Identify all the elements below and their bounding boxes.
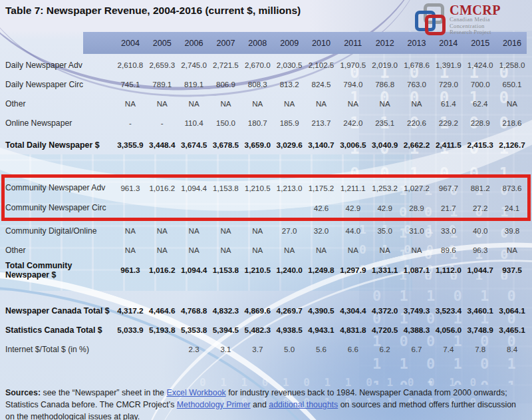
cell: 873.6	[496, 184, 528, 192]
cell: 2,745.0	[178, 61, 210, 69]
cell: 1,153.8	[210, 266, 242, 275]
cell: 1,297.9	[337, 266, 369, 275]
table-figure: 0 1 1 0 1 0 0 1 0 1 1 0 1 0 0 0 1 0 1 1 …	[0, 0, 532, 420]
cell: NA	[369, 99, 401, 108]
cell: 3.7	[241, 345, 273, 353]
cell: 220.6	[401, 118, 433, 127]
footer-link[interactable]: additional thoughts	[269, 400, 338, 409]
year-column-header: 2013	[401, 39, 433, 48]
row-label: Community Newspaper Circ	[5, 203, 114, 212]
cell: 42.9	[369, 204, 401, 212]
table-row: Internet $/Total $ (in %)2.33.13.75.05.6…	[0, 339, 532, 359]
footer-sources-label: Sources:	[5, 388, 41, 397]
cell: 6.7	[401, 345, 433, 353]
cell: 32.0	[305, 226, 337, 235]
cell: 218.6	[496, 118, 528, 127]
cell: 5,033.9	[114, 325, 146, 335]
cell: NA	[496, 246, 528, 254]
cell: 3,678.5	[210, 140, 242, 150]
table-row: Community Digital/OnlineNANANANANA27.032…	[0, 221, 532, 240]
cell: 808.3	[241, 80, 273, 89]
cell: 4,056.0	[432, 325, 464, 335]
cell: 5,193.8	[146, 325, 178, 335]
cell: 763.0	[401, 80, 433, 89]
community-newspaper-section: Community Digital/OnlineNANANANANA27.032…	[0, 221, 532, 280]
red-square-icon	[425, 15, 446, 35]
footer-link[interactable]: Excel Workbook	[166, 388, 225, 397]
footer-text-segment: see the “Newspaper” sheet in the	[41, 388, 166, 397]
highlighted-rows-box: Community Newspaper Adv961.31,016.21,094…	[1, 174, 531, 221]
cell: 813.2	[273, 80, 305, 89]
cell: 745.1	[114, 80, 146, 89]
table-row: Total Community Newspaper $961.31,016.21…	[0, 260, 532, 280]
cell: NA	[146, 99, 178, 108]
cell: 700.0	[464, 80, 496, 89]
cell: 3,523.4	[432, 306, 464, 315]
cell: 185.9	[273, 118, 305, 127]
cell: 213.7	[305, 118, 337, 127]
cell: -	[146, 118, 178, 127]
cell: 44.0	[337, 226, 369, 235]
cell: 4,317.2	[114, 306, 146, 315]
cell: 2,721.5	[210, 61, 242, 69]
cell: NA	[178, 246, 210, 254]
cell: 1,016.2	[146, 184, 178, 192]
cell: 3,355.9	[114, 140, 146, 150]
cell: 806.9	[210, 80, 242, 89]
year-column-header: 2009	[273, 39, 305, 48]
cell: NA	[114, 99, 146, 108]
cell: 3,448.4	[146, 140, 178, 150]
cell: 4,269.7	[273, 306, 305, 315]
cell: 42.6	[305, 204, 337, 212]
row-label: Total Community Newspaper $	[5, 261, 114, 280]
row-label: Community Digital/Online	[5, 226, 114, 236]
cell: NA	[305, 99, 337, 108]
cell: NA	[496, 99, 528, 108]
cell: 1,153.8	[210, 184, 242, 192]
cell: 21.7	[432, 204, 464, 212]
cell: NA	[273, 246, 305, 254]
table-row: Total Daily Newspaper $3,355.93,448.43,6…	[0, 135, 532, 154]
table-row: Newspaper Canada Total $4,317.24,464.64,…	[0, 301, 532, 320]
cell: 2,102.5	[305, 61, 337, 69]
table-row: OtherNANANANANANANANANANA89.696.3NA	[0, 240, 532, 260]
cell: NA	[146, 226, 178, 235]
cell: 35.0	[369, 226, 401, 235]
cell: 7.8	[464, 345, 496, 353]
cell: 4,831.8	[337, 325, 369, 335]
cell: 2,030.5	[273, 61, 305, 69]
row-label: Daily Newspaper Adv	[5, 61, 114, 70]
cell: 180.7	[241, 118, 273, 127]
cell: 242.0	[337, 118, 369, 127]
cell: -	[114, 118, 146, 127]
logo-acronym: CMCRP	[450, 3, 501, 17]
cell: NA	[337, 99, 369, 108]
cell: 4,869.6	[241, 306, 273, 315]
cell: 3,140.7	[305, 140, 337, 150]
footer-text-segment: and	[251, 400, 269, 409]
cell: 2,019.0	[369, 61, 401, 69]
cell: 228.9	[464, 118, 496, 127]
cell: 62.4	[464, 99, 496, 108]
year-column-header: 2007	[210, 39, 242, 48]
cell: 1,044.7	[464, 266, 496, 275]
cell: 2,415.3	[464, 140, 496, 150]
year-column-header: 2014	[432, 39, 464, 48]
cell: NA	[210, 226, 242, 235]
cmcrp-logo-text: CMCRP Canadian Media Concentration Resea…	[450, 3, 501, 36]
cell: 4,768.8	[178, 306, 210, 315]
cell: 794.0	[337, 80, 369, 89]
cell: NA	[241, 99, 273, 108]
row-label: Community Newspaper Adv	[5, 183, 114, 192]
cell: 3,749.3	[401, 306, 433, 315]
cell: 7.4	[432, 345, 464, 353]
cell: 8.4	[496, 345, 528, 353]
cell: 27.0	[273, 226, 305, 235]
year-column-header: 2005	[146, 39, 178, 48]
cell: 2,126.7	[496, 140, 528, 150]
footer-link[interactable]: Methodology Primer	[177, 400, 251, 409]
row-label: Other	[5, 99, 114, 108]
cell: 31.0	[401, 226, 433, 235]
cell: 1,970.5	[337, 61, 369, 69]
cell: 3,029.6	[273, 140, 305, 150]
